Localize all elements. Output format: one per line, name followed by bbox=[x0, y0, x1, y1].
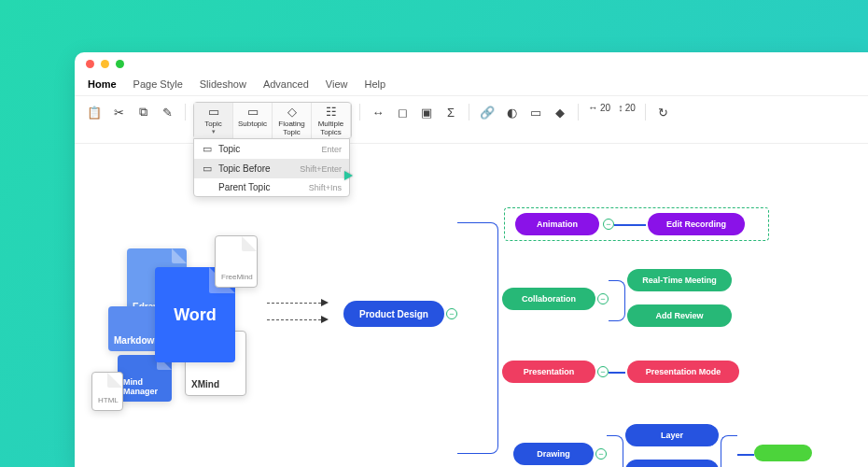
expand-toggle-icon[interactable] bbox=[446, 308, 457, 319]
expand-toggle-icon[interactable] bbox=[603, 219, 614, 230]
node-drawing[interactable]: Drawing bbox=[513, 443, 594, 465]
floating-topic-icon: ◇ bbox=[274, 106, 309, 119]
floating-topic-label: Floating Topic bbox=[274, 120, 309, 136]
dropdown-item-topic-before[interactable]: ▭ Topic Before Shift+Enter bbox=[194, 159, 349, 178]
topic-button[interactable]: ▭ Topic ▾ bbox=[194, 103, 233, 138]
arrow-icon bbox=[267, 319, 329, 320]
topic-row-icon: ▭ bbox=[202, 143, 213, 155]
node-add-review[interactable]: Add Review bbox=[627, 304, 732, 327]
connector bbox=[737, 454, 754, 456]
topic-icon: ▭ bbox=[196, 106, 231, 119]
connector bbox=[614, 224, 646, 226]
dropdown-before-key: Shift+Enter bbox=[300, 164, 342, 174]
node-animation-label: Animation bbox=[537, 219, 578, 229]
width-icon: ↔ bbox=[588, 102, 598, 113]
height-icon: ↕ bbox=[618, 102, 623, 113]
node-root-label: Product Design bbox=[359, 309, 428, 319]
multiple-topics-icon: ☷ bbox=[314, 106, 348, 119]
maximize-icon[interactable] bbox=[116, 60, 124, 68]
multiple-topics-button[interactable]: ☷ Multiple Topics bbox=[312, 103, 351, 138]
menu-page-style[interactable]: Page Style bbox=[133, 78, 183, 90]
node-rtm-label: Real-Time Meeting bbox=[642, 276, 716, 285]
expand-toggle-icon[interactable] bbox=[595, 448, 607, 460]
node-presentation[interactable]: Presentation bbox=[502, 361, 595, 383]
node-layer[interactable]: Layer bbox=[625, 424, 719, 446]
node-review-label: Add Review bbox=[655, 311, 703, 320]
file-word-label: Word bbox=[174, 305, 217, 325]
branch-bracket bbox=[607, 435, 623, 467]
menu-view[interactable]: View bbox=[326, 78, 348, 90]
file-mind-label: Mind Manager bbox=[123, 377, 166, 396]
node-layer-label: Layer bbox=[661, 431, 683, 440]
cursor-icon bbox=[344, 171, 353, 180]
attachment-icon[interactable]: 🔗 bbox=[477, 102, 497, 122]
subtopic-button[interactable]: ▭ Subtopic bbox=[233, 103, 273, 138]
subtopic-label: Subtopic bbox=[235, 120, 270, 128]
topic-dropdown: ▭ Topic Enter ▭ Topic Before Shift+Enter… bbox=[193, 138, 350, 197]
dropdown-item-parent-topic[interactable]: Parent Topic Shift+Ins bbox=[194, 178, 349, 196]
close-icon[interactable] bbox=[86, 60, 94, 68]
dropdown-topic-label: Topic bbox=[218, 144, 315, 154]
copy-icon[interactable]: ⧉ bbox=[133, 102, 153, 122]
width-spinner[interactable]: ↔20 bbox=[588, 102, 610, 113]
dropdown-topic-key: Enter bbox=[321, 145, 342, 154]
node-collaboration[interactable]: Collaboration bbox=[502, 288, 595, 310]
boundary-icon[interactable]: ▣ bbox=[416, 102, 437, 122]
arrow-icon bbox=[267, 303, 329, 304]
file-markdown-label: Markdown bbox=[114, 335, 160, 346]
file-freemind-label: FreeMind bbox=[221, 273, 253, 281]
format-painter-icon[interactable]: ✎ bbox=[157, 102, 177, 122]
menu-advanced[interactable]: Advanced bbox=[263, 78, 309, 90]
node-collab-label: Collaboration bbox=[522, 294, 576, 304]
topic-before-row-icon: ▭ bbox=[202, 163, 213, 175]
titlebar bbox=[75, 52, 868, 75]
relationship-icon[interactable]: ↔ bbox=[368, 102, 388, 122]
node-pmode-label: Presentation Mode bbox=[646, 367, 721, 376]
topic-label: Topic bbox=[196, 120, 231, 128]
minimize-icon[interactable] bbox=[101, 60, 109, 68]
node-summary[interactable] bbox=[754, 445, 812, 461]
expand-toggle-icon[interactable] bbox=[597, 293, 609, 304]
separator bbox=[185, 104, 186, 120]
file-freemind[interactable]: FreeMind bbox=[215, 235, 258, 288]
branch-bracket bbox=[609, 280, 625, 321]
expand-toggle-icon[interactable] bbox=[597, 366, 609, 377]
node-drawing-label: Drawing bbox=[537, 449, 570, 459]
separator bbox=[578, 104, 579, 120]
cut-icon[interactable]: ✂ bbox=[108, 102, 129, 122]
node-editrec-label: Edit Recording bbox=[666, 219, 726, 229]
summary-icon[interactable]: Σ bbox=[441, 102, 461, 122]
separator bbox=[645, 104, 646, 120]
separator bbox=[359, 104, 360, 120]
menubar: Home Page Style Slideshow Advanced View … bbox=[75, 75, 868, 96]
node-edit-recording[interactable]: Edit Recording bbox=[648, 213, 745, 235]
node-color-control[interactable]: Color Control bbox=[625, 460, 719, 467]
floating-topic-button[interactable]: ◇ Floating Topic bbox=[273, 103, 312, 138]
node-product-design[interactable]: Product Design bbox=[343, 301, 444, 327]
menu-home[interactable]: Home bbox=[88, 78, 117, 90]
tag-icon[interactable]: ◆ bbox=[550, 102, 570, 122]
callout-icon[interactable]: ◻ bbox=[392, 102, 413, 122]
multiple-topics-label: Multiple Topics bbox=[314, 120, 348, 136]
height-value: 20 bbox=[625, 103, 636, 113]
file-html[interactable]: HTML bbox=[91, 372, 123, 411]
paste-icon[interactable]: 📋 bbox=[84, 102, 105, 122]
file-html-label: HTML bbox=[98, 396, 119, 404]
toolbar: 📋 ✂ ⧉ ✎ ▭ Topic ▾ ▭ Subtopic ◇ Floating … bbox=[75, 96, 868, 144]
eraser-icon[interactable]: ◐ bbox=[501, 102, 522, 122]
dropdown-item-topic[interactable]: ▭ Topic Enter bbox=[194, 139, 349, 159]
chevron-down-icon: ▾ bbox=[196, 128, 231, 134]
height-spinner[interactable]: ↕20 bbox=[618, 102, 636, 113]
separator bbox=[469, 104, 469, 120]
node-presentation-mode[interactable]: Presentation Mode bbox=[627, 361, 739, 383]
menu-slideshow[interactable]: Slideshow bbox=[200, 78, 246, 90]
refresh-icon[interactable]: ↻ bbox=[653, 102, 674, 122]
node-realtime-meeting[interactable]: Real-Time Meeting bbox=[627, 269, 732, 291]
dropdown-before-label: Topic Before bbox=[218, 163, 294, 174]
node-animation[interactable]: Animation bbox=[515, 213, 599, 235]
comment-icon[interactable]: ▭ bbox=[525, 102, 546, 122]
menu-help[interactable]: Help bbox=[365, 78, 386, 90]
app-window: Home Page Style Slideshow Advanced View … bbox=[75, 52, 868, 467]
subtopic-icon: ▭ bbox=[235, 106, 270, 119]
node-present-label: Presentation bbox=[524, 367, 575, 376]
